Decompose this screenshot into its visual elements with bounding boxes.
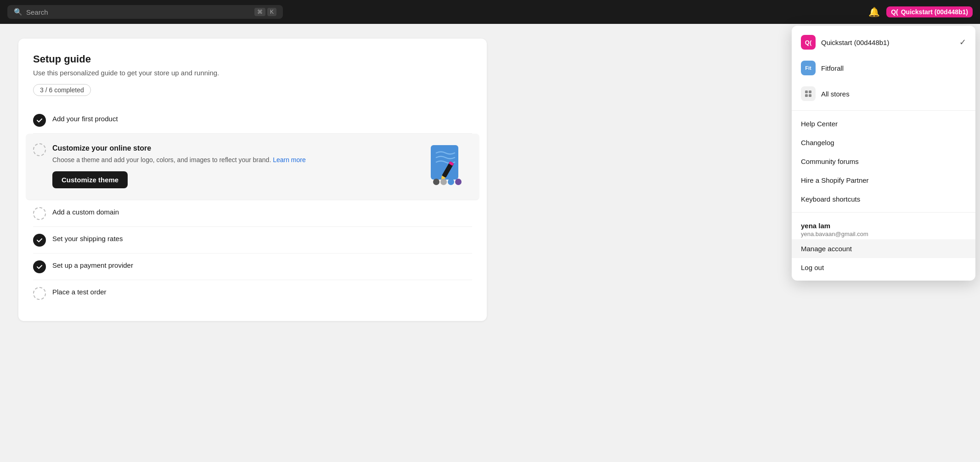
k-key: K (267, 8, 276, 16)
search-icon: 🔍 (14, 8, 23, 16)
main-content: Setup guide Use this personalized guide … (0, 24, 505, 336)
task-content: Customize your online store Choose a the… (52, 143, 306, 188)
task-complete-icon (33, 234, 46, 247)
keyboard-shortcuts-label: Keyboard shortcuts (801, 195, 860, 203)
task-item[interactable]: Set up a payment provider (33, 254, 472, 280)
store-item-all-stores[interactable]: All stores (792, 81, 975, 107)
svg-point-7 (455, 179, 462, 185)
store-avatar-text: Q( (891, 8, 898, 16)
store-avatar-quickstart: Q( (801, 35, 816, 50)
store-item-label: Quickstart (00d448b1) (821, 39, 954, 46)
store-list-section: Q( Quickstart (00d448b1) ✓ Fit Fitforall… (792, 26, 975, 111)
store-avatar-fitforall: Fit (801, 61, 816, 75)
changelog-label: Changelog (801, 139, 834, 146)
store-item-label: Fitforall (821, 64, 966, 72)
svg-rect-8 (805, 90, 808, 93)
task-description: Choose a theme and add your logo, colors… (52, 155, 306, 165)
task-list: Add your first product Customize your on… (33, 107, 472, 306)
task-pending-icon (33, 143, 46, 156)
dropdown-menu: Q( Quickstart (00d448b1) ✓ Fit Fitforall… (792, 26, 975, 281)
task-complete-icon (33, 114, 46, 127)
task-item[interactable]: Set your shipping rates (33, 227, 472, 254)
task-label: Place a test order (52, 287, 107, 296)
links-section: Help Center Changelog Community forums H… (792, 111, 975, 213)
task-label: Set up a payment provider (52, 260, 133, 269)
logout-button[interactable]: Log out (792, 258, 975, 277)
changelog-link[interactable]: Changelog (792, 133, 975, 152)
bell-icon[interactable]: 🔔 (868, 6, 880, 17)
task-pending-icon (33, 287, 46, 300)
svg-rect-9 (809, 90, 811, 93)
user-email: yena.bavaan@gmail.com (801, 231, 966, 237)
svg-rect-11 (809, 94, 811, 97)
task-label: Add a custom domain (52, 207, 119, 216)
task-desc-text: Choose a theme and add your logo, colors… (52, 156, 273, 163)
current-store-checkmark: ✓ (959, 37, 966, 47)
manage-account-button[interactable]: Manage account (792, 239, 975, 258)
store-avatar-all-stores (801, 86, 816, 101)
task-item[interactable]: Place a test order (33, 280, 472, 306)
task-illustration (417, 143, 472, 191)
store-item-quickstart[interactable]: Q( Quickstart (00d448b1) ✓ (792, 29, 975, 55)
community-forums-label: Community forums (801, 158, 859, 165)
learn-more-link[interactable]: Learn more (273, 156, 306, 163)
user-info: yena lam yena.bavaan@gmail.com (792, 216, 975, 239)
hire-partner-label: Hire a Shopify Partner (801, 176, 869, 184)
store-item-fitforall[interactable]: Fit Fitforall (792, 55, 975, 81)
cmd-key: ⌘ (254, 8, 265, 16)
task-label: Add your first product (52, 113, 118, 123)
store-selector-button[interactable]: Q( Quickstart (00d448b1) (886, 6, 973, 17)
user-section: yena lam yena.bavaan@gmail.com Manage ac… (792, 213, 975, 281)
help-center-link[interactable]: Help Center (792, 114, 975, 133)
customize-theme-button[interactable]: Customize theme (52, 171, 128, 188)
setup-guide-subtitle: Use this personalized guide to get your … (33, 69, 472, 77)
search-bar[interactable]: 🔍 Search ⌘ K (7, 5, 283, 19)
task-label: Customize your online store (52, 143, 306, 152)
svg-point-4 (433, 179, 439, 185)
user-name: yena lam (801, 222, 966, 230)
store-item-label: All stores (821, 90, 966, 98)
community-forums-link[interactable]: Community forums (792, 152, 975, 171)
progress-badge: 3 / 6 completed (33, 84, 91, 96)
svg-rect-10 (805, 94, 808, 97)
hire-partner-link[interactable]: Hire a Shopify Partner (792, 171, 975, 190)
keyboard-hint: ⌘ K (254, 8, 276, 16)
topbar: 🔍 Search ⌘ K 🔔 Q( Quickstart (00d448b1) (0, 0, 980, 24)
svg-point-5 (440, 179, 447, 185)
store-name-label: Quickstart (00d448b1) (901, 8, 968, 16)
help-center-label: Help Center (801, 120, 838, 128)
search-placeholder: Search (26, 8, 251, 16)
setup-guide-title: Setup guide (33, 53, 472, 65)
task-item[interactable]: Add a custom domain (33, 200, 472, 227)
task-complete-icon (33, 260, 46, 273)
svg-point-6 (448, 179, 454, 185)
setup-guide-card: Setup guide Use this personalized guide … (18, 39, 487, 321)
topbar-right: 🔔 Q( Quickstart (00d448b1) (868, 6, 973, 17)
keyboard-shortcuts-link[interactable]: Keyboard shortcuts (792, 190, 975, 208)
task-item[interactable]: Add your first product (33, 107, 472, 134)
task-label: Set your shipping rates (52, 233, 123, 242)
task-item-active[interactable]: Customize your online store Choose a the… (26, 134, 479, 200)
task-pending-icon (33, 207, 46, 220)
